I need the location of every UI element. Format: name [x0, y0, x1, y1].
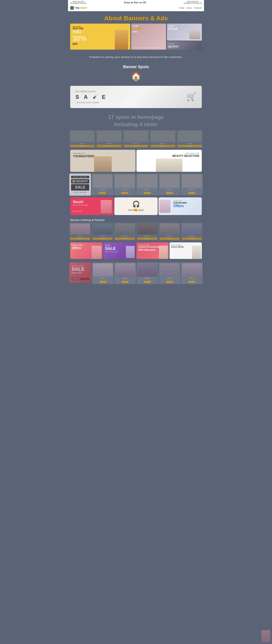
deals-text: deals: [138, 209, 144, 211]
biggest-sale-banner[interactable]: LIMITED TIME ONLY BIGGEST SALE UPTO 70% …: [69, 174, 91, 196]
banner-lady-img: [115, 30, 128, 50]
mini-banner-pink-offers[interactable]: Unbelievable Offers: [70, 242, 102, 259]
product-card[interactable]: $201.90Buy Now: [96, 130, 122, 148]
description-section: Freedom to portray your product in a way…: [68, 52, 204, 63]
product-img: [93, 224, 112, 234]
mini-banner-green-fashion[interactable]: Shop Clearance Fashion Accessories 50% d…: [136, 242, 169, 259]
banner-spots-section: Banner Spots 🏠: [68, 63, 204, 84]
spots-count-text: 17 spots in homepageIncluding 4 slider: [70, 113, 202, 128]
banner-skin-top: CARE YOUR SKIN UPTO 20% OFF ON SKINCARE …: [131, 24, 166, 50]
page-bottom: [68, 286, 204, 290]
banner-your-skin: YOUR: [132, 27, 141, 31]
pink-sale-label: SALE: [72, 267, 89, 272]
top-bar-right: UPTO 20% OFF ON BEAUTY PRODUCTS: [184, 1, 202, 4]
mini-banner-white-collection[interactable]: New Collection Every Week: [170, 242, 202, 259]
product-card[interactable]: $77.35Buy Now: [69, 222, 91, 240]
biggest-sale-limited: LIMITED TIME ONLY: [71, 176, 89, 178]
pink-sale-banner[interactable]: SPECIAL OFFER SALE 50% OFF Read More: [69, 262, 91, 283]
product-img: [160, 224, 179, 234]
prod-card[interactable]: $35.90Buy Now: [159, 174, 180, 195]
top-bar-right-line1: UPTO 20% OFF: [187, 1, 198, 2]
discover-our-label: DISCOVER OUR: [139, 152, 199, 154]
product-card[interactable]: $78.21Buy Now: [159, 222, 180, 240]
sale-text: S A ↙ E: [76, 94, 107, 100]
top-bar-left: UPTO 20% OFF ON WOMEN FASHION: [70, 1, 86, 4]
banner-offers[interactable]: Limited Time Unbelievable Offers: [158, 198, 202, 215]
youngsters-img: [94, 156, 112, 172]
banner-new-arrivals: New Arrivals: [72, 26, 128, 27]
three-banner-row: Stuck! there's lot of choice Discover Mo…: [68, 198, 204, 217]
prod-card[interactable]: $29.95Buy Now: [114, 174, 136, 195]
product-card[interactable]: $74.60Buy Now: [69, 130, 95, 148]
product-img: [151, 131, 175, 142]
offers-label: Offers: [173, 204, 199, 208]
prod-card[interactable]: $34.xxBuy Now: [159, 262, 180, 284]
product-img: [115, 224, 135, 234]
product-card[interactable]: $297.5Buy Now: [123, 130, 149, 148]
cart-icon: 🛒: [187, 92, 196, 102]
nav-link-home[interactable]: Home: [179, 7, 184, 9]
banner-your-outfit-your: YOUR: [168, 43, 200, 45]
nav-link-about[interactable]: About: [187, 7, 192, 9]
product-card[interactable]: $164.54Buy Now: [181, 222, 203, 240]
spots-count-section: 17 spots in homepageIncluding 4 slider: [68, 110, 204, 130]
nav-link-products[interactable]: Products: [194, 7, 202, 9]
fashion-for-label: FASHION FOR: [73, 152, 133, 154]
sale-warranty: * Warranty & EMI Available: [76, 102, 107, 104]
fashion-label: Shop Clearance: [138, 244, 167, 246]
beauty-img: [156, 158, 182, 172]
nav-bar: THE SHOP Home About Products: [68, 5, 204, 11]
product-card[interactable]: $92.45Buy Now: [177, 130, 203, 148]
banner-your-outfit[interactable]: YOUR OUTFIT: [167, 42, 202, 50]
mini-banner-purple-sale[interactable]: Super SALE Click to know more: [103, 242, 136, 259]
fashion-img: [159, 246, 168, 259]
sale-banner-wide[interactable]: Buy original products S A ↙ E * Warranty…: [70, 86, 202, 108]
nav-links: Home About Products: [179, 7, 202, 9]
banner-your-style[interactable]: YOUR STYLE: [167, 24, 202, 40]
prod-card[interactable]: $46.xxBuy Now: [114, 262, 136, 284]
offers-person-img: [159, 200, 170, 213]
product-card[interactable]: $47.95Buy Now: [92, 222, 113, 240]
style-img: [189, 30, 200, 39]
banner-spots-title: Banner Spots: [70, 64, 202, 69]
product-img: [97, 131, 121, 142]
product-img: [70, 131, 95, 142]
prod-card[interactable]: $52.xxBuy Now: [181, 262, 203, 284]
prod-card[interactable]: $38.00Buy Now: [181, 174, 203, 195]
banner-left-yellow[interactable]: New Arrivals JUST FOR YOU 30% OFF: [70, 24, 130, 50]
banner-your-style-style: STYLE: [168, 27, 200, 30]
women-clothing-label: Women Clothing & Fashion: [70, 218, 105, 222]
beauty-selection-label: BEAUTY SELECTION: [139, 154, 199, 158]
women-clothing-heading: Women Clothing & Fashion: [68, 217, 204, 222]
prod-card[interactable]: $197.xxBuy Now: [92, 262, 114, 284]
product-card[interactable]: $348.95Buy Now: [114, 222, 136, 240]
headphones-icon: 🎧: [132, 200, 140, 208]
nav-logo[interactable]: THE SHOP: [70, 6, 87, 10]
final-products-row: SPECIAL OFFER SALE 50% OFF Read More $19…: [68, 262, 204, 286]
stuck-person-img: [101, 200, 112, 213]
offers-unbelievable: Unbelievable: [173, 202, 199, 204]
banner-middle-skin[interactable]: CARE YOUR SKIN UPTO 20% OFF ON SKINCARE …: [131, 24, 166, 50]
banner-skin-subtext: UPTO 20% OFF ON SKINCARE PRODUCTS: [132, 47, 159, 48]
top-bar-left-line1: UPTO 20% OFF: [73, 1, 84, 2]
sale-label: SALE: [71, 184, 89, 190]
banner-spots-icon: 🏠: [70, 71, 202, 82]
hear-text: hear: [128, 209, 133, 211]
offers-limited-time: Limited Time: [173, 200, 199, 202]
product-card[interactable]: $29.70Buy Now: [150, 130, 176, 148]
prod-card[interactable]: $88.xxBuy Now: [137, 262, 158, 284]
banner-hear-deals[interactable]: 🎧 hear the deals: [114, 198, 158, 215]
hero-section: About Banners & Ads: [68, 11, 204, 24]
banner-beauty[interactable]: DISCOVER OUR BEAUTY SELECTION: [136, 150, 202, 172]
prod-card[interactable]: $26.00Buy Now: [136, 174, 158, 195]
hero-title-accent: Banners & Ads: [124, 15, 168, 22]
banner-youngsters[interactable]: FASHION FOR YOUNGSTERS: [70, 150, 136, 172]
prod-card[interactable]: $41.99Buy Now: [92, 174, 113, 195]
description-text: Freedom to portray your product in a way…: [70, 55, 202, 59]
banner-stuck[interactable]: Stuck! there's lot of choice Discover Mo…: [70, 198, 114, 215]
product-img: [137, 224, 157, 234]
read-more-label[interactable]: Read More: [72, 278, 89, 280]
product-img: [124, 131, 148, 142]
sale-banner-left: Buy original products S A ↙ E * Warranty…: [76, 90, 107, 104]
product-card[interactable]: $39.43Buy Now: [136, 222, 158, 240]
